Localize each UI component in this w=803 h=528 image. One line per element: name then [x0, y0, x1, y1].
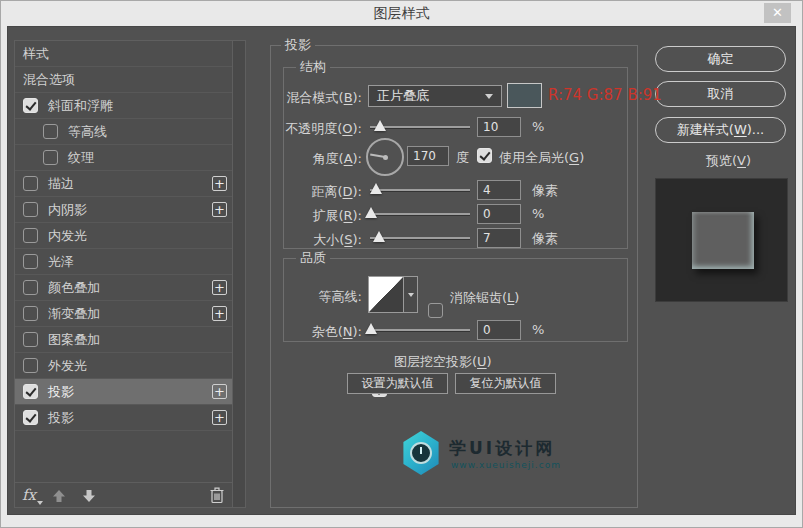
sidebar-scrollbar[interactable] — [233, 40, 246, 508]
opacity-input[interactable] — [477, 117, 521, 137]
duplicate-effect-button[interactable]: + — [212, 306, 227, 321]
style-checkbox[interactable] — [23, 228, 38, 243]
angle-input[interactable] — [407, 146, 449, 166]
dialog-title: 图层样式 — [374, 5, 430, 21]
sidebar-item[interactable]: 外发光 — [15, 353, 232, 379]
fx-menu-button[interactable]: fx — [22, 485, 36, 505]
antialias-checkbox[interactable] — [428, 303, 443, 318]
panel-title: 投影 — [281, 38, 315, 52]
opacity-label: 不透明度(O): — [250, 120, 362, 138]
sidebar-item-label: 光泽 — [48, 253, 74, 271]
angle-dial[interactable] — [366, 138, 404, 176]
sidebar-item-label: 样式 — [23, 45, 49, 63]
close-button[interactable]: ✕ — [764, 3, 791, 23]
angle-label: 角度(A): — [250, 150, 362, 168]
noise-slider[interactable] — [370, 322, 470, 336]
style-checkbox[interactable] — [23, 332, 38, 347]
style-checkbox[interactable] — [23, 176, 38, 191]
sidebar-rows: 样式混合选项斜面和浮雕等高线纹理描边+内阴影+内发光光泽颜色叠加+渐变叠加+图案… — [15, 41, 232, 431]
global-light-checkbox[interactable] — [477, 148, 492, 163]
sidebar-item[interactable]: 斜面和浮雕 — [15, 93, 232, 119]
global-light-label: 使用全局光(G) — [499, 149, 584, 167]
style-checkbox[interactable] — [23, 98, 38, 113]
sidebar-item[interactable]: 投影+ — [15, 379, 232, 405]
rgb-annotation: R:74 G:87 B:91 — [548, 86, 662, 104]
style-checkbox[interactable] — [43, 124, 58, 139]
contour-thumbnail[interactable] — [368, 276, 404, 313]
slider-thumb[interactable] — [373, 231, 385, 242]
slider-thumb[interactable] — [370, 183, 382, 194]
trash-icon — [209, 486, 225, 504]
sidebar-item[interactable]: 渐变叠加+ — [15, 301, 232, 327]
sidebar-item[interactable]: 等高线 — [15, 119, 232, 145]
size-slider[interactable] — [370, 230, 470, 244]
spread-unit: % — [532, 206, 544, 221]
blend-mode-value: 正片叠底 — [377, 87, 429, 105]
distance-input[interactable] — [477, 180, 521, 200]
slider-thumb[interactable] — [365, 323, 377, 334]
slider-thumb[interactable] — [365, 207, 377, 218]
knockout-label: 图层挖空投影(U) — [394, 353, 492, 371]
style-checkbox[interactable] — [43, 150, 58, 165]
sidebar-item[interactable]: 纹理 — [15, 145, 232, 171]
size-unit: 像素 — [532, 230, 558, 248]
sidebar-item[interactable]: 光泽 — [15, 249, 232, 275]
sidebar-list: 样式混合选项斜面和浮雕等高线纹理描边+内阴影+内发光光泽颜色叠加+渐变叠加+图案… — [14, 40, 233, 508]
slider-track — [370, 329, 470, 331]
chevron-down-icon — [485, 94, 493, 99]
sidebar-item[interactable]: 内阴影+ — [15, 197, 232, 223]
angle-center-dot — [383, 155, 388, 160]
style-checkbox[interactable] — [23, 410, 38, 425]
style-checkbox[interactable] — [23, 358, 38, 373]
reset-default-button[interactable]: 复位为默认值 — [455, 373, 556, 394]
watermark-logo-icon — [401, 431, 441, 475]
sidebar-item-label: 投影 — [48, 383, 74, 401]
shadow-color-swatch[interactable] — [507, 83, 542, 108]
noise-input[interactable] — [477, 320, 521, 340]
sidebar-item[interactable]: 图案叠加 — [15, 327, 232, 353]
duplicate-effect-button[interactable]: + — [212, 384, 227, 399]
duplicate-effect-button[interactable]: + — [212, 176, 227, 191]
delete-style-button[interactable] — [209, 486, 225, 504]
new-style-button[interactable]: 新建样式(W)... — [655, 117, 786, 143]
move-up-button[interactable] — [52, 488, 66, 502]
size-input[interactable] — [477, 228, 521, 248]
sidebar-item-label: 外发光 — [48, 357, 87, 375]
sidebar-item[interactable]: 样式 — [15, 41, 232, 67]
style-checkbox[interactable] — [23, 254, 38, 269]
style-checkbox[interactable] — [23, 306, 38, 321]
sidebar-item[interactable]: 混合选项 — [15, 67, 232, 93]
slider-thumb[interactable] — [374, 120, 386, 131]
sidebar-item[interactable]: 投影+ — [15, 405, 232, 431]
move-down-button[interactable] — [82, 488, 96, 502]
sidebar-item[interactable]: 描边+ — [15, 171, 232, 197]
cancel-button[interactable]: 取消 — [655, 81, 786, 107]
preview-thumbnail — [655, 178, 788, 302]
sidebar-item[interactable]: 颜色叠加+ — [15, 275, 232, 301]
duplicate-effect-button[interactable]: + — [212, 410, 227, 425]
sidebar-item-label: 斜面和浮雕 — [48, 97, 113, 115]
duplicate-effect-button[interactable]: + — [212, 280, 227, 295]
sidebar-item-label: 等高线 — [68, 123, 107, 141]
fx-icon: fx — [22, 486, 36, 504]
style-checkbox[interactable] — [23, 384, 38, 399]
set-default-button[interactable]: 设置为默认值 — [347, 373, 448, 394]
contour-dropdown-button[interactable] — [404, 276, 418, 313]
sidebar-item-label: 颜色叠加 — [48, 279, 100, 297]
sidebar-item-label: 纹理 — [68, 149, 94, 167]
sidebar-item[interactable]: 内发光 — [15, 223, 232, 249]
arrow-up-icon — [52, 489, 66, 503]
watermark-url: www.xueuisheji.com — [451, 460, 561, 470]
style-checkbox[interactable] — [23, 202, 38, 217]
opacity-unit: % — [532, 119, 544, 134]
style-checkbox[interactable] — [23, 280, 38, 295]
spread-slider[interactable] — [370, 206, 470, 220]
distance-slider[interactable] — [370, 182, 470, 196]
spread-input[interactable] — [477, 204, 521, 224]
ok-button[interactable]: 确定 — [655, 46, 786, 72]
opacity-slider[interactable] — [370, 119, 470, 133]
slider-track — [370, 189, 470, 191]
duplicate-effect-button[interactable]: + — [212, 202, 227, 217]
blend-mode-select[interactable]: 正片叠底 — [368, 85, 502, 107]
size-label: 大小(S): — [250, 231, 362, 249]
